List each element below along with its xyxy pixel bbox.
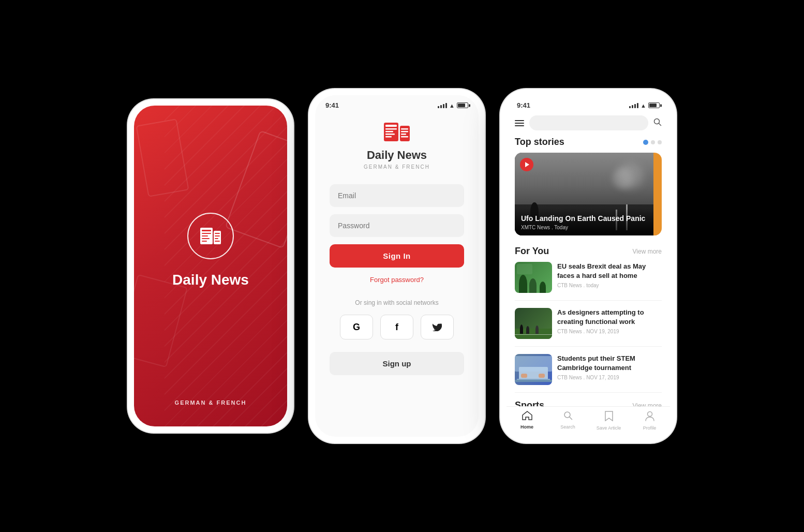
wifi-icon: ▲ bbox=[449, 102, 455, 109]
article-meta: CTB News . NOV 19, 2019 bbox=[557, 329, 662, 334]
status-icons: ▲ bbox=[629, 102, 660, 109]
for-you-title: For You bbox=[515, 246, 549, 257]
top-story-card[interactable]: Ufo Landing On Earth Caused Panic XMTC N… bbox=[515, 153, 662, 235]
status-time: 9:41 bbox=[517, 101, 530, 109]
article-meta: CTB News . today bbox=[557, 283, 662, 288]
divider bbox=[515, 392, 662, 393]
twitter-login-button[interactable] bbox=[421, 315, 454, 339]
google-login-button[interactable]: G bbox=[340, 315, 373, 339]
twitter-bird-icon bbox=[433, 323, 442, 331]
svg-rect-8 bbox=[215, 235, 220, 237]
notch bbox=[560, 95, 617, 108]
svg-rect-21 bbox=[401, 136, 408, 138]
nav-home[interactable]: Home bbox=[507, 411, 547, 431]
top-stories-section-header: Top stories bbox=[515, 137, 662, 147]
social-divider-text: Or sing in with social networks bbox=[355, 299, 438, 306]
login-subtitle: GERMAN & FRENCH bbox=[364, 164, 430, 170]
svg-rect-7 bbox=[215, 233, 220, 234]
svg-rect-6 bbox=[214, 231, 221, 244]
svg-rect-20 bbox=[401, 134, 406, 135]
facebook-login-button[interactable]: f bbox=[380, 315, 413, 339]
splash-screen: Daily News GERMAN & FRENCH bbox=[134, 106, 287, 426]
article-info: Students put their STEM Cambridge tourna… bbox=[557, 354, 662, 380]
svg-rect-1 bbox=[202, 230, 211, 231]
email-input[interactable] bbox=[330, 184, 464, 207]
home-icon bbox=[522, 411, 532, 423]
signin-button[interactable]: Sign In bbox=[330, 244, 464, 268]
top-story-overlay: Ufo Landing On Earth Caused Panic XMTC N… bbox=[515, 209, 653, 235]
svg-rect-4 bbox=[202, 238, 210, 239]
sports-view-more-button[interactable]: View more bbox=[633, 402, 662, 407]
divider bbox=[515, 300, 662, 301]
login-logo-icon bbox=[384, 122, 410, 141]
svg-rect-3 bbox=[202, 235, 208, 237]
phone-login: 9:41 ▲ bbox=[309, 89, 485, 443]
home-label: Home bbox=[520, 424, 533, 430]
article-row[interactable]: Students put their STEM Cambridge tourna… bbox=[515, 354, 662, 385]
search-nav-icon bbox=[563, 411, 573, 423]
svg-point-26 bbox=[647, 412, 652, 417]
signup-button[interactable]: Sign up bbox=[330, 352, 464, 375]
svg-rect-9 bbox=[215, 238, 218, 239]
top-stories-title: Top stories bbox=[515, 137, 564, 147]
phone-feed: 9:41 ▲ bbox=[500, 89, 676, 443]
nav-profile[interactable]: Profile bbox=[629, 411, 670, 431]
play-button[interactable] bbox=[520, 158, 533, 171]
wifi-icon: ▲ bbox=[641, 102, 646, 109]
notch bbox=[368, 95, 425, 108]
feed-screen: 9:41 ▲ bbox=[507, 95, 670, 437]
article-row[interactable]: EU seals Brexit deal as May faces a hard… bbox=[515, 262, 662, 293]
app-tagline: GERMAN & FRENCH bbox=[134, 400, 287, 406]
dot-1 bbox=[643, 140, 648, 145]
svg-rect-5 bbox=[202, 241, 207, 242]
view-more-button[interactable]: View more bbox=[633, 248, 662, 255]
article-row[interactable]: As designers attempting to creating func… bbox=[515, 308, 662, 339]
login-screen: 9:41 ▲ bbox=[315, 95, 479, 437]
sports-section-header: Sports View more bbox=[515, 400, 662, 406]
svg-rect-16 bbox=[385, 136, 392, 138]
article-thumbnail bbox=[515, 262, 552, 293]
nav-search[interactable]: Search bbox=[547, 411, 588, 431]
save-icon bbox=[605, 411, 613, 424]
dot-3 bbox=[658, 140, 662, 144]
svg-rect-10 bbox=[215, 241, 220, 242]
top-story-image: Ufo Landing On Earth Caused Panic XMTC N… bbox=[515, 153, 653, 235]
article-headline: Students put their STEM Cambridge tourna… bbox=[557, 354, 662, 372]
hamburger-menu-button[interactable] bbox=[515, 120, 524, 126]
status-time: 9:41 bbox=[325, 101, 339, 109]
battery-icon bbox=[648, 102, 660, 108]
svg-rect-12 bbox=[385, 125, 397, 127]
profile-label: Profile bbox=[643, 425, 657, 431]
bottom-nav: Home Search bbox=[507, 406, 670, 437]
sports-title: Sports bbox=[515, 400, 544, 406]
search-input[interactable] bbox=[529, 115, 648, 130]
save-label: Save Article bbox=[597, 425, 621, 431]
article-headline: EU seals Brexit deal as May faces a hard… bbox=[557, 262, 662, 280]
app-title: Daily News bbox=[172, 272, 249, 288]
article-thumbnail bbox=[515, 354, 552, 385]
forgot-password-link[interactable]: Forgot password? bbox=[370, 276, 424, 284]
login-logo bbox=[384, 122, 410, 143]
article-info: EU seals Brexit deal as May faces a hard… bbox=[557, 262, 662, 288]
password-input[interactable] bbox=[330, 214, 464, 237]
logo-circle bbox=[187, 213, 234, 259]
news-logo-icon bbox=[200, 228, 221, 244]
orange-strip bbox=[653, 153, 662, 235]
svg-rect-18 bbox=[401, 128, 408, 130]
divider bbox=[515, 346, 662, 347]
feed-header bbox=[507, 111, 670, 135]
top-story-headline: Ufo Landing On Earth Caused Panic bbox=[521, 214, 647, 223]
svg-rect-13 bbox=[385, 128, 397, 130]
login-body: Daily News GERMAN & FRENCH Sign In Forgo… bbox=[315, 111, 479, 437]
svg-line-23 bbox=[659, 123, 661, 125]
svg-rect-15 bbox=[385, 134, 395, 135]
search-icon[interactable] bbox=[653, 118, 662, 128]
signal-icon bbox=[438, 103, 447, 108]
article-thumbnail bbox=[515, 308, 552, 339]
svg-line-25 bbox=[569, 417, 572, 420]
dot-2 bbox=[651, 140, 655, 144]
nav-save[interactable]: Save Article bbox=[588, 411, 629, 431]
signal-icon bbox=[629, 103, 638, 108]
notch bbox=[180, 106, 242, 120]
profile-icon bbox=[645, 411, 654, 424]
